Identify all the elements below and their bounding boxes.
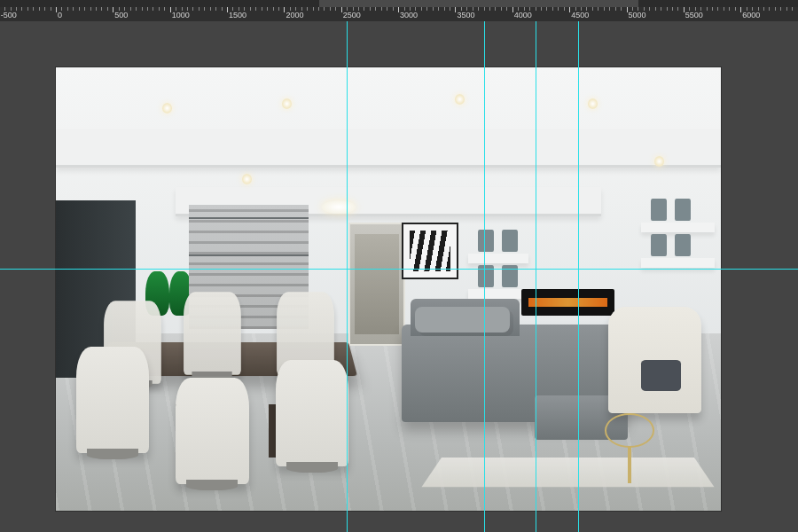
doorway (348, 223, 405, 346)
dining-chair (76, 347, 150, 453)
dining-chair (176, 378, 249, 484)
ruler-label: 3500 (457, 11, 474, 20)
floating-shelf (468, 254, 528, 263)
interior-photo (56, 67, 721, 511)
ruler-label: 4000 (514, 11, 532, 20)
dining-chair (276, 360, 349, 466)
ruler-label: 6000 (742, 11, 760, 20)
file-tab-strip (0, 0, 798, 7)
dining-chair (184, 292, 240, 375)
fireplace (521, 289, 614, 316)
ruler-label: 4500 (571, 11, 589, 20)
pendant-light (322, 200, 356, 214)
active-file-tab[interactable] (319, 0, 638, 7)
ruler-label: 2000 (286, 11, 303, 20)
ruler-label: 500 (114, 11, 128, 20)
ruler-label: -500 (1, 11, 17, 20)
floating-shelf (468, 289, 528, 299)
ruler-label: 5500 (685, 11, 703, 20)
wall-art (402, 223, 458, 279)
ruler-label: 3000 (400, 11, 418, 20)
floating-shelf (641, 223, 715, 232)
ruler-label: 1500 (229, 11, 246, 20)
ruler-label: 0 (58, 11, 62, 20)
ruler-label: 5000 (629, 11, 646, 20)
round-side-table (605, 413, 655, 448)
ruler-label: 1000 (172, 11, 190, 20)
document-image[interactable] (56, 67, 721, 511)
floating-shelf (641, 258, 715, 268)
canvas-area[interactable] (0, 21, 798, 532)
horizontal-ruler[interactable]: -500050010001500200025003000350040004500… (0, 7, 798, 22)
ruler-label: 2500 (343, 11, 361, 20)
